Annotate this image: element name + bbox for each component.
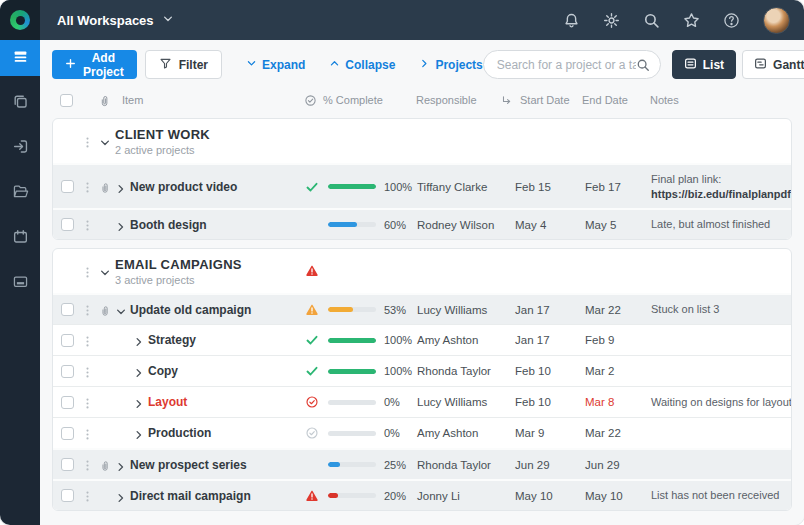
chevron-down-icon xyxy=(246,58,257,72)
table-row[interactable]: New product video100%Tiffany ClarkeFeb 1… xyxy=(53,163,791,208)
expander-chevron-icon[interactable] xyxy=(133,334,145,346)
expander-chevron-icon[interactable] xyxy=(115,459,127,471)
responsible-value: Amy Ashton xyxy=(417,334,501,346)
gantt-view-button[interactable]: Gantt xyxy=(742,50,804,79)
project-group-card: CLIENT WORK2 active projectsNew product … xyxy=(52,118,792,240)
search-input[interactable] xyxy=(497,58,636,72)
row-menu-button[interactable] xyxy=(81,458,99,471)
avatar[interactable] xyxy=(763,7,790,34)
plus-icon xyxy=(65,58,76,72)
row-checkbox[interactable] xyxy=(61,334,74,347)
column-header-item[interactable]: Item xyxy=(114,94,304,106)
expander-chevron-icon[interactable] xyxy=(133,365,145,377)
paperclip-icon xyxy=(98,94,111,107)
calendar-icon xyxy=(12,228,29,249)
star-icon[interactable] xyxy=(683,12,700,29)
app-window: All Workspaces Add Project xyxy=(0,0,804,525)
chevron-down-icon xyxy=(99,135,111,147)
row-checkbox[interactable] xyxy=(61,180,74,193)
list-view-button[interactable]: List xyxy=(672,50,736,79)
responsible-value: Rhonda Taylor xyxy=(417,365,501,377)
percent-complete-value: 20% xyxy=(384,490,406,502)
help-icon[interactable] xyxy=(723,12,740,29)
row-menu-button[interactable] xyxy=(81,218,99,231)
add-project-button[interactable]: Add Project xyxy=(52,50,137,79)
row-menu-button[interactable] xyxy=(81,489,99,502)
sidebar-item-calendar[interactable] xyxy=(0,220,40,256)
column-header-notes[interactable]: Notes xyxy=(640,94,792,106)
row-checkbox[interactable] xyxy=(61,365,74,378)
table-row[interactable]: Layout0%Lucy WilliamsFeb 10Mar 8Waiting … xyxy=(53,386,791,417)
row-menu-button[interactable] xyxy=(81,303,99,316)
column-header-start[interactable]: Start Date xyxy=(500,94,570,107)
left-sidebar xyxy=(0,40,40,525)
kebab-icon xyxy=(81,427,94,440)
kebab-icon xyxy=(81,458,94,471)
select-all-checkbox[interactable] xyxy=(60,94,73,107)
kebab-icon xyxy=(81,303,94,316)
table-row[interactable]: Production0%Amy AshtonMar 9Mar 22 xyxy=(53,417,791,448)
row-checkbox[interactable] xyxy=(61,427,74,440)
group-menu-button[interactable] xyxy=(81,265,99,278)
filter-button[interactable]: Filter xyxy=(145,50,222,79)
table-row[interactable]: Copy100%Rhonda TaylorFeb 10Mar 2 xyxy=(53,355,791,386)
row-checkbox[interactable] xyxy=(61,458,74,471)
sidebar-item-stream[interactable] xyxy=(0,40,40,76)
group-collapse-toggle[interactable] xyxy=(99,265,115,277)
sidebar-item-copy[interactable] xyxy=(0,85,40,121)
group-header[interactable]: EMAIL CAMPAIGNS3 active projects xyxy=(53,249,791,293)
item-name: Strategy xyxy=(148,333,196,347)
expander-chevron-icon[interactable] xyxy=(115,219,127,231)
row-menu-button[interactable] xyxy=(81,427,99,440)
assign-arrow-icon xyxy=(500,94,513,107)
start-date-value: Jan 17 xyxy=(501,334,571,346)
app-logo[interactable] xyxy=(0,0,40,40)
bell-icon[interactable] xyxy=(563,12,580,29)
row-checkbox[interactable] xyxy=(61,303,74,316)
group-header[interactable]: CLIENT WORK2 active projects xyxy=(53,119,791,163)
collapse-link[interactable]: Collapse xyxy=(329,58,395,72)
table-row[interactable]: Strategy100%Amy AshtonJan 17Feb 9 xyxy=(53,324,791,355)
expander-chevron-icon[interactable] xyxy=(133,427,145,439)
sidebar-item-folders[interactable] xyxy=(0,175,40,211)
start-date-value: Mar 9 xyxy=(501,427,571,439)
kebab-icon xyxy=(81,265,94,278)
column-header-end[interactable]: End Date xyxy=(570,94,640,106)
gear-icon[interactable] xyxy=(603,12,620,29)
row-menu-button[interactable] xyxy=(81,334,99,347)
row-checkbox[interactable] xyxy=(61,396,74,409)
search-icon[interactable] xyxy=(643,12,660,29)
column-header-complete[interactable]: % Complete xyxy=(304,94,416,107)
table-row[interactable]: Booth design60%Rodney WilsonMay 4May 5La… xyxy=(53,208,791,239)
top-bar: All Workspaces xyxy=(0,0,804,40)
progress-bar xyxy=(328,184,376,189)
progress-bar xyxy=(328,307,376,312)
sidebar-item-signin[interactable] xyxy=(0,130,40,166)
table-row[interactable]: New prospect series25%Rhonda TaylorJun 2… xyxy=(53,448,791,479)
row-menu-button[interactable] xyxy=(81,365,99,378)
table-row[interactable]: Update old campaign53%Lucy WilliamsJan 1… xyxy=(53,293,791,324)
row-menu-button[interactable] xyxy=(81,396,99,409)
notes-value: Final plan link:https://biz.edu/finalpla… xyxy=(641,172,791,202)
paperclip-icon xyxy=(99,180,111,193)
column-header-responsible[interactable]: Responsible xyxy=(416,94,500,106)
list-label: List xyxy=(703,58,724,72)
expander-chevron-icon[interactable] xyxy=(115,304,127,316)
start-date-value: Feb 10 xyxy=(501,365,571,377)
row-menu-button[interactable] xyxy=(81,180,99,193)
percent-complete-value: 60% xyxy=(384,219,406,231)
group-menu-button[interactable] xyxy=(81,135,99,148)
projects-link[interactable]: Projects xyxy=(419,58,482,72)
expander-chevron-icon[interactable] xyxy=(115,181,127,193)
end-date-value: Mar 2 xyxy=(571,365,641,377)
workspace-selector[interactable]: All Workspaces xyxy=(57,13,174,28)
group-collapse-toggle[interactable] xyxy=(99,135,115,147)
expander-chevron-icon[interactable] xyxy=(115,490,127,502)
expander-chevron-icon[interactable] xyxy=(133,396,145,408)
row-checkbox[interactable] xyxy=(61,218,74,231)
table-row[interactable]: Direct mail campaign20%Jonny LiMay 10May… xyxy=(53,479,791,510)
sidebar-item-board[interactable] xyxy=(0,265,40,301)
expand-link[interactable]: Expand xyxy=(246,58,305,72)
project-group-card: EMAIL CAMPAIGNS3 active projectsUpdate o… xyxy=(52,248,792,511)
row-checkbox[interactable] xyxy=(61,489,74,502)
